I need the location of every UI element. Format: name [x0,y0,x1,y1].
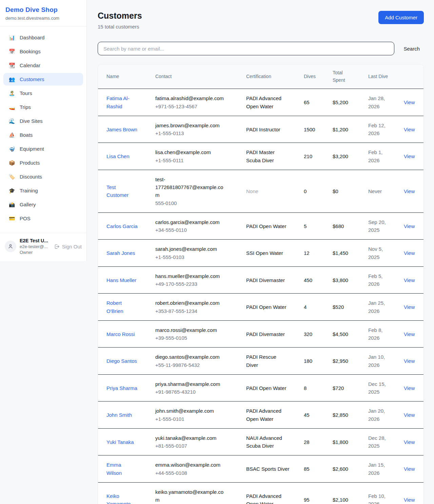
view-customer-link[interactable]: View [404,188,415,194]
table-row: Test Customer test-1772681807767@example… [98,170,423,213]
view-customer-link[interactable]: View [404,99,415,105]
customer-name-link[interactable]: James Brown [106,126,137,133]
customer-name-link[interactable]: Priya Sharma [106,384,137,392]
view-customer-link[interactable]: View [404,250,415,256]
customer-dives: 450 [296,271,324,290]
customer-total-spent: $3,200 [324,147,360,166]
customer-contact: test-1772681807767@example.com 555-0100 [147,170,238,212]
view-customer-link[interactable]: View [404,439,415,445]
customer-name-link[interactable]: Yuki Tanaka [106,438,134,446]
sidebar-item-tours[interactable]: 🏝️ Tours [3,87,83,99]
search-button[interactable]: Search [403,46,420,52]
customer-email: priya.sharma@example.com [155,380,227,388]
user-name: E2E Test U... [20,238,51,243]
sidebar-item-bookings[interactable]: 📅 Bookings [3,45,83,58]
customer-name-link[interactable]: Marco Rossi [106,330,135,338]
customer-certification: BSAC Sports Diver [238,460,296,478]
customer-name-link[interactable]: Keiko Yamamoto [106,492,138,504]
customer-certification: PADI Open Water [238,379,296,397]
sign-out-label: Sign Out [62,244,82,249]
customer-name-link[interactable]: Lisa Chen [106,152,130,160]
customer-phone: +353-87-555-1234 [155,307,233,315]
customer-dives: 28 [296,433,324,451]
view-customer-link[interactable]: View [404,497,415,503]
customer-last-dive: Jan 25, 2026 [360,294,396,320]
sidebar-item-dive-sites[interactable]: 🌊 Dive Sites [3,115,83,127]
customer-dives: 180 [296,352,324,370]
customer-phone: +1-555-0101 [155,415,233,423]
view-customer-link[interactable]: View [404,412,415,418]
sidebar-item-pos[interactable]: 💳 POS [3,212,83,225]
customer-contact: hans.mueller@example.com +49-170-555-223… [147,267,238,294]
table-body: Fatima Al-Rashid fatima.alrashid@example… [98,89,423,504]
customer-certification: None [238,182,296,201]
sidebar-item-dashboard[interactable]: 📊 Dashboard [3,31,83,44]
table-row: Emma Wilson emma.wilson@example.com +44-… [98,455,423,483]
customer-contact: sarah.jones@example.com +1-555-0103 [147,240,238,266]
sign-out-button[interactable]: Sign Out [54,244,82,249]
view-customer-link[interactable]: View [404,385,415,391]
sidebar-item-equipment[interactable]: 🤿 Equipment [3,143,83,155]
view-customer-link[interactable]: View [404,466,415,472]
customer-total-spent: $2,600 [324,460,360,478]
customer-total-spent: $680 [324,217,360,236]
view-customer-link[interactable]: View [404,223,415,229]
view-customer-link[interactable]: View [404,331,415,337]
customers-table: Name Contact Certification Dives Total S… [98,64,424,504]
customer-dives: 12 [296,244,324,262]
customer-phone: +1-555-0111 [155,156,233,164]
customer-certification: NAUI Advanced Scuba Diver [238,429,296,455]
customer-name-link[interactable]: Emma Wilson [106,461,138,477]
customer-certification: PADI Master Scuba Diver [238,143,296,170]
sidebar-item-training[interactable]: 🎓 Training [3,184,83,197]
customer-name-link[interactable]: Diego Santos [106,357,137,365]
table-row: John Smith john.smith@example.com +1-555… [98,402,423,429]
sidebar-item-discounts[interactable]: 🏷️ Discounts [3,170,83,183]
view-customer-link[interactable]: View [404,304,415,310]
table-row: Fatima Al-Rashid fatima.alrashid@example… [98,89,423,116]
table-row: Keiko Yamamoto keiko.yamamoto@example.co… [98,483,423,504]
sidebar-header: Demo Dive Shop demo.test.divestreams.com [0,0,86,26]
customer-total-spent: $1,800 [324,433,360,451]
view-customer-link[interactable]: View [404,127,415,132]
customers-icon: 👥 [8,77,15,82]
sidebar-item-calendar[interactable]: 📆 Calendar [3,59,83,72]
customer-total-spent: $2,100 [324,490,360,504]
column-header-contact: Contact [147,66,238,88]
customer-last-dive: Feb 12, 2026 [360,116,396,143]
customer-name-link[interactable]: Test Customer [106,183,138,199]
customer-dives: 45 [296,406,324,424]
view-customer-link[interactable]: View [404,277,415,283]
sidebar-item-products[interactable]: 📦 Products [3,156,83,169]
view-customer-link[interactable]: View [404,358,415,364]
customer-name-link[interactable]: Robert O'Brien [106,299,138,315]
sidebar-item-customers[interactable]: 👥 Customers [3,73,83,86]
customer-last-dive: Dec 15, 2025 [360,375,396,402]
sidebar-item-gallery[interactable]: 📸 Gallery [3,198,83,211]
customer-name-link[interactable]: Hans Mueller [106,276,136,284]
customer-certification: PADI Open Water [238,217,296,236]
customer-name-link[interactable]: John Smith [106,411,132,419]
customer-name-link[interactable]: Fatima Al-Rashid [106,94,138,110]
sidebar-item-boats[interactable]: ⛵ Boats [3,129,83,141]
customer-contact: priya.sharma@example.com +91-98765-43210 [147,375,238,402]
pos-icon: 💳 [8,216,15,221]
customer-last-dive: Sep 20, 2025 [360,213,396,240]
search-input[interactable] [98,42,394,55]
view-customer-link[interactable]: View [404,153,415,159]
table-header-row: Name Contact Certification Dives Total S… [98,64,423,89]
add-customer-button[interactable]: Add Customer [378,11,424,24]
column-header-name: Name [98,66,147,88]
customer-name-link[interactable]: Carlos Garcia [106,222,138,230]
user-meta: E2E Test U... e2e-tester@... Owner [20,238,51,255]
customer-phone: +55-11-99876-5432 [155,361,233,369]
table-row: James Brown james.brown@example.com +1-5… [98,116,423,143]
customer-contact: marco.rossi@example.com +39-555-0105 [147,321,238,348]
sidebar-item-trips[interactable]: 🚤 Trips [3,101,83,113]
customer-name-link[interactable]: Sarah Jones [106,249,135,257]
customer-total-spent: $1,450 [324,244,360,262]
bookings-icon: 📅 [8,49,15,54]
customer-certification: PADI Divemaster [238,271,296,290]
customer-contact: robert.obrien@example.com +353-87-555-12… [147,294,238,320]
customer-email: test-1772681807767@example.com [155,175,227,199]
